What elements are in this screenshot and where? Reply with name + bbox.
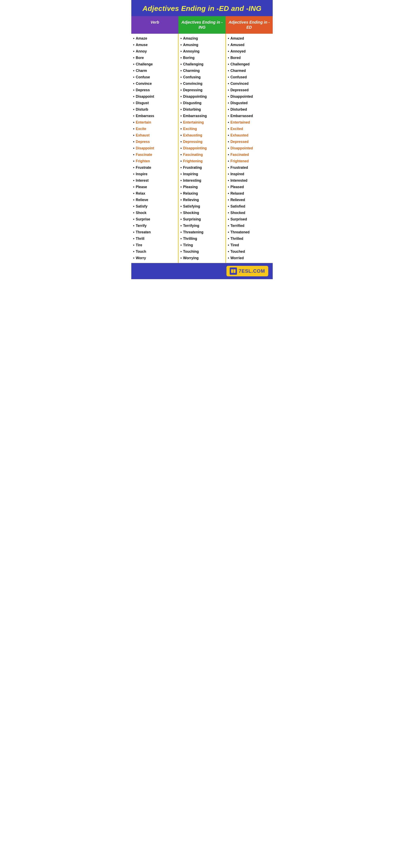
list-item: Convinced: [226, 81, 273, 87]
list-item: Disappoint: [131, 145, 178, 152]
list-item: Entertained: [226, 119, 273, 126]
list-item: Touching: [179, 248, 225, 255]
list-item: Exhaust: [131, 132, 178, 139]
list-item: Charmed: [226, 68, 273, 74]
list-item: Threatened: [226, 229, 273, 236]
list-item: Embarrassing: [179, 113, 225, 119]
list-item: Worried: [226, 255, 273, 261]
main-title: Adjectives Ending in -ED and -ING: [131, 0, 273, 16]
list-item: Please: [131, 184, 178, 190]
list-item: Amaze: [131, 35, 178, 42]
list-item: Bored: [226, 55, 273, 61]
list-item: Thrill: [131, 236, 178, 242]
list-item: Disgusting: [179, 100, 225, 106]
list-item: Shocked: [226, 210, 273, 216]
list-item: Inspire: [131, 171, 178, 178]
list-item: Frighten: [131, 158, 178, 164]
ing-column: AmazingAmusingAnnoyingBoringChallengingC…: [179, 34, 226, 263]
list-item: Embarrass: [131, 113, 178, 119]
list-item: Surprised: [226, 216, 273, 223]
list-item: Thrilling: [179, 236, 225, 242]
list-item: Depress: [131, 87, 178, 93]
list-item: Fascinated: [226, 152, 273, 158]
list-item: Fascinating: [179, 152, 225, 158]
list-item: Worrying: [179, 255, 225, 261]
list-item: Disappointing: [179, 93, 225, 100]
list-item: Relaxing: [179, 190, 225, 197]
list-item: Exhausted: [226, 132, 273, 139]
footer: 7ESL.COM: [131, 263, 273, 279]
list-item: Amuse: [131, 42, 178, 48]
list-item: Disgust: [131, 100, 178, 106]
list-item: Inspired: [226, 171, 273, 178]
list-item: Frightened: [226, 158, 273, 164]
list-item: Confusing: [179, 74, 225, 81]
column-headers: Verb Adjectives Ending in -ING Adjective…: [131, 16, 273, 34]
svg-rect-1: [233, 269, 233, 273]
list-item: Shocking: [179, 210, 225, 216]
list-item: Depressing: [179, 139, 225, 145]
list-item: Frustrated: [226, 164, 273, 171]
list-item: Challenge: [131, 61, 178, 68]
list-item: Tiring: [179, 242, 225, 248]
list-item: Entertain: [131, 119, 178, 126]
list-item: Terrifying: [179, 223, 225, 229]
list-item: Annoying: [179, 48, 225, 55]
logo-icon: [230, 268, 237, 275]
list-item: Challenging: [179, 61, 225, 68]
verb-column-header: Verb: [131, 16, 178, 34]
ed-column-header: Adjectives Ending in -ED: [226, 16, 273, 34]
list-item: Exciting: [179, 126, 225, 132]
list-item: Interest: [131, 178, 178, 184]
list-item: Confuse: [131, 74, 178, 81]
list-item: Satisfied: [226, 203, 273, 210]
list-item: Excited: [226, 126, 273, 132]
list-item: Disgusted: [226, 100, 273, 106]
list-item: Threatening: [179, 229, 225, 236]
list-item: Relieve: [131, 197, 178, 203]
list-item: Exhausting: [179, 132, 225, 139]
list-item: Convince: [131, 81, 178, 87]
ing-column-header: Adjectives Ending in -ING: [178, 16, 225, 34]
list-item: Challenged: [226, 61, 273, 68]
svg-rect-2: [231, 269, 233, 273]
verb-column: AmazeAmuseAnnoyBoreChallengeCharmConfuse…: [131, 34, 179, 263]
data-rows: AmazeAmuseAnnoyBoreChallengeCharmConfuse…: [131, 34, 273, 263]
list-item: Charming: [179, 68, 225, 74]
list-item: Depressed: [226, 139, 273, 145]
list-item: Frightening: [179, 158, 225, 164]
logo-text: 7ESL.COM: [238, 268, 265, 274]
list-item: Fascinate: [131, 152, 178, 158]
list-item: Shock: [131, 210, 178, 216]
ed-column: AmazedAmusedAnnoyedBoredChallengedCharme…: [226, 34, 273, 263]
list-item: Entertaining: [179, 119, 225, 126]
list-item: Pleasing: [179, 184, 225, 190]
list-item: Relieving: [179, 197, 225, 203]
list-item: Confused: [226, 74, 273, 81]
list-item: Frustrate: [131, 164, 178, 171]
list-item: Annoyed: [226, 48, 273, 55]
list-item: Charm: [131, 68, 178, 74]
list-item: Relieved: [226, 197, 273, 203]
list-item: Surprise: [131, 216, 178, 223]
list-item: Amusing: [179, 42, 225, 48]
list-item: Amazing: [179, 35, 225, 42]
list-item: Touch: [131, 248, 178, 255]
logo-box: 7ESL.COM: [226, 266, 268, 276]
list-item: Pleased: [226, 184, 273, 190]
list-item: Surprising: [179, 216, 225, 223]
list-item: Interested: [226, 178, 273, 184]
list-item: Disappointed: [226, 145, 273, 152]
book-icon: [231, 269, 236, 274]
list-item: Disappointed: [226, 93, 273, 100]
list-item: Threaten: [131, 229, 178, 236]
list-item: Amazed: [226, 35, 273, 42]
list-item: Disturb: [131, 106, 178, 113]
list-item: Interesting: [179, 178, 225, 184]
list-item: Bore: [131, 55, 178, 61]
list-item: Annoy: [131, 48, 178, 55]
list-item: Amused: [226, 42, 273, 48]
list-item: Tire: [131, 242, 178, 248]
list-item: Disturbed: [226, 106, 273, 113]
list-item: Disturbing: [179, 106, 225, 113]
